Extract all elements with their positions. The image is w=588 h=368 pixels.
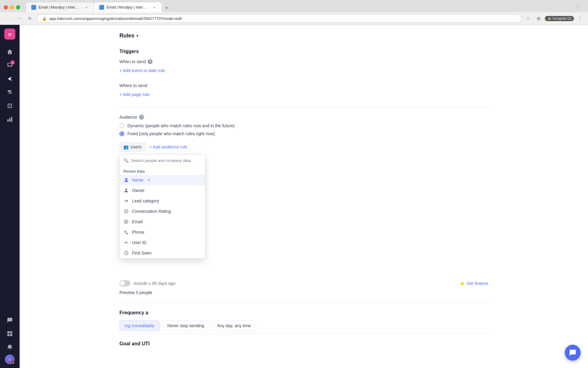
- tab-switcher-button[interactable]: ⊞: [534, 14, 543, 23]
- star-icon: ⭐: [460, 281, 465, 286]
- dynamic-option[interactable]: Dynamic (people who match rules now and …: [119, 123, 488, 128]
- sidebar-item-reports[interactable]: [4, 113, 16, 125]
- dropdown-item-owner[interactable]: Owner: [120, 185, 205, 196]
- dropdown-search-row: 🔍: [120, 155, 205, 166]
- dropdown-item-user-id-label: User ID: [132, 240, 146, 245]
- conversation-rating-icon: [123, 209, 129, 214]
- apps-icon: [7, 331, 13, 337]
- incognito-label: Incognito (2): [553, 17, 571, 20]
- browser-tab-1[interactable]: Email | Moodjoy | Intercom ×: [26, 2, 94, 12]
- dropdown-item-first-seen[interactable]: First Seen: [120, 248, 205, 258]
- users-icon: [7, 89, 13, 95]
- svg-point-11: [127, 178, 128, 180]
- when-to-send-label: When to send ?: [119, 59, 488, 64]
- sidebar-bottom: U: [4, 314, 16, 364]
- fixed-option[interactable]: Fixed (only people who match rules right…: [119, 131, 488, 136]
- freq-btn-any-day[interactable]: Any day, any time: [212, 320, 256, 331]
- email-icon: [123, 219, 129, 224]
- dropdown-item-lead-category[interactable]: Lead category: [120, 196, 205, 206]
- add-event-rule-link[interactable]: + Add event or date rule: [119, 68, 165, 73]
- browser-toolbar: ← → ↻ 🔒 app.intercom.com/a/apps/nnsgmgob…: [0, 12, 588, 25]
- rules-header[interactable]: Rules ▾: [119, 33, 488, 39]
- sidebar-item-users[interactable]: [4, 86, 16, 98]
- dropdown-item-conversation-rating-label: Conversation Rating: [132, 209, 171, 214]
- fixed-radio[interactable]: [119, 131, 124, 136]
- goal-section: Goal and UTI: [119, 333, 488, 347]
- sidebar-item-knowledge[interactable]: [4, 100, 16, 112]
- cursor-indicator: ↖: [148, 178, 151, 182]
- users-icon: 👥: [123, 144, 129, 149]
- frequency-section: Frequency a ing immediately Never stop s…: [119, 302, 488, 331]
- frequency-buttons: ing immediately Never stop sending Any d…: [119, 320, 488, 331]
- freq-btn-immediately[interactable]: ing immediately: [119, 320, 160, 331]
- dropdown-item-owner-label: Owner: [132, 188, 145, 193]
- book-icon: [7, 103, 13, 109]
- browser-titlebar: Email | Moodjoy | Intercom × Email | Moo…: [0, 0, 588, 12]
- when-to-send-help-icon[interactable]: ?: [148, 59, 153, 64]
- dropdown-search-input[interactable]: [131, 158, 201, 163]
- phone-icon: [123, 229, 129, 235]
- include-toggle[interactable]: [119, 280, 130, 286]
- dropdown-item-name[interactable]: Name ↖: [120, 175, 205, 185]
- back-button[interactable]: ←: [4, 14, 12, 23]
- browser-menu-button[interactable]: ⋮: [573, 3, 582, 12]
- add-audience-rule-link[interactable]: + Add audience rule: [149, 144, 187, 149]
- dropdown-item-first-seen-label: First Seen: [132, 251, 152, 255]
- dropdown-search-icon: 🔍: [123, 158, 129, 163]
- browser-toolbar-actions: ☆ ⊞ 🕵️ Incognito (2) ⋮: [524, 14, 584, 23]
- user-avatar[interactable]: U: [5, 355, 15, 364]
- chat-widget-button[interactable]: [565, 345, 581, 361]
- dynamic-radio[interactable]: [119, 123, 124, 128]
- maximize-window-button[interactable]: [16, 5, 20, 10]
- sidebar-item-conversations[interactable]: [4, 314, 16, 326]
- dropdown-item-email[interactable]: Email: [120, 217, 205, 227]
- chat-icon: [7, 317, 13, 323]
- forward-button[interactable]: →: [15, 14, 23, 23]
- user-id-icon: [123, 240, 129, 245]
- dropdown-item-user-id[interactable]: User ID: [120, 237, 205, 248]
- left-sidebar: 1: [0, 25, 20, 368]
- svg-point-12: [125, 189, 127, 190]
- rules-title: Rules: [119, 33, 134, 39]
- preview-text: Preview 5 people: [119, 290, 488, 295]
- sidebar-item-notifications[interactable]: [4, 341, 16, 353]
- freq-btn-never-stop[interactable]: Never stop sending: [162, 320, 209, 331]
- users-bar-container: 👥 Users + Add audience rule 🔍: [119, 142, 187, 151]
- sidebar-item-apps[interactable]: [4, 328, 16, 340]
- dropdown-item-conversation-rating[interactable]: Conversation Rating: [120, 206, 205, 217]
- sidebar-item-inbox[interactable]: 1: [4, 59, 16, 71]
- lead-category-icon: [123, 198, 129, 204]
- avatar-initials: U: [9, 358, 11, 361]
- tab-title-2: Email | Moodjoy | Intercom: [107, 5, 149, 10]
- get-feature-button[interactable]: ⭐ Get feature: [460, 281, 488, 286]
- audience-dropdown: 🔍 Person Data Name ↖: [119, 155, 205, 259]
- incognito-icon: 🕵️: [547, 17, 552, 21]
- svg-rect-9: [10, 334, 12, 336]
- close-window-button[interactable]: [4, 5, 8, 10]
- traffic-lights: [4, 5, 20, 10]
- main-content: Rules ▾ Triggers When to send ? + Add ev…: [20, 25, 588, 368]
- incognito-badge[interactable]: 🕵️ Incognito (2): [545, 16, 574, 21]
- add-page-rule-link[interactable]: + Add page rule: [119, 92, 149, 97]
- tab-close-2[interactable]: ×: [152, 5, 157, 10]
- dropdown-item-phone[interactable]: Phone: [120, 227, 205, 237]
- tab-close-1[interactable]: ×: [84, 5, 89, 10]
- svg-point-2: [10, 33, 11, 35]
- chrome-menu-button[interactable]: ⋮: [576, 14, 584, 23]
- new-tab-button[interactable]: +: [162, 4, 171, 12]
- toggle-knob: [120, 281, 125, 286]
- audience-help-icon[interactable]: ?: [139, 115, 144, 120]
- users-chip[interactable]: 👥 Users: [119, 142, 146, 151]
- address-bar[interactable]: 🔒 app.intercom.com/a/apps/nnsgmgob/outbo…: [37, 14, 522, 23]
- avatar-status-dot: [12, 361, 15, 364]
- name-icon: [123, 177, 129, 183]
- sidebar-item-home[interactable]: [4, 46, 16, 58]
- reload-button[interactable]: ↻: [26, 14, 34, 23]
- browser-tab-2[interactable]: Email | Moodjoy | Intercom ×: [94, 2, 162, 12]
- bookmark-button[interactable]: ☆: [524, 14, 533, 23]
- tab-favicon-1: [31, 5, 36, 10]
- sidebar-item-outbound[interactable]: [4, 73, 16, 85]
- minimize-window-button[interactable]: [10, 5, 14, 10]
- svg-point-14: [125, 211, 126, 211]
- app-logo[interactable]: [4, 29, 15, 40]
